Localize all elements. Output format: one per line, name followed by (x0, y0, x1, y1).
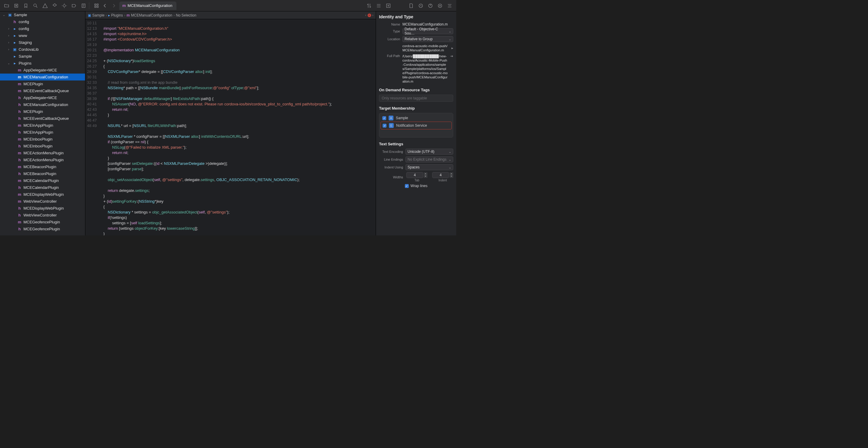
code-review-icon[interactable] (365, 2, 373, 10)
target-icon: E (389, 123, 394, 128)
wrap-lines-label: Wrap lines (410, 184, 427, 188)
source-control-icon[interactable] (12, 2, 21, 10)
crumb-symbol[interactable]: No Selection (176, 13, 196, 18)
tree-item-plugins[interactable]: ⌄▸Plugins (0, 60, 85, 67)
indent-width-field[interactable]: 4 (432, 172, 449, 178)
tab-width-field[interactable]: 4 (406, 172, 423, 178)
find-icon[interactable] (31, 2, 40, 10)
close-tab-icon[interactable]: × (368, 13, 371, 17)
tab-sublabel: Tab (414, 179, 419, 182)
fullpath-value: /Users/███████████/new-cordova/Acoustic-… (402, 54, 448, 83)
name-value[interactable]: MCEManualConfiguration.m (402, 22, 453, 27)
svg-rect-5 (97, 4, 99, 5)
adjust-editor-icon[interactable] (374, 2, 383, 10)
debug-icon[interactable] (60, 2, 68, 10)
location-select[interactable]: Relative to Group (402, 36, 453, 42)
crumb-file[interactable]: MCEManualConfiguration (131, 13, 172, 18)
issue-icon[interactable] (41, 2, 49, 10)
nav-folder-icon[interactable] (2, 2, 11, 10)
tree-item-mceplugin[interactable]: hMCEPlugin (0, 108, 85, 115)
tree-item-mcebeaconplugin[interactable]: mMCEBeaconPlugin (0, 163, 85, 170)
tree-item-mcebeaconplugin[interactable]: hMCEBeaconPlugin (0, 170, 85, 177)
tree-item-config[interactable]: hconfig (0, 18, 85, 25)
reveal-in-finder-icon[interactable]: ➔ (450, 54, 453, 58)
indent-stepper[interactable]: ▴▾ (450, 172, 453, 178)
tab-stepper[interactable]: ▴▾ (424, 172, 427, 178)
tree-item-mcemanualconfiguration[interactable]: hMCEManualConfiguration (0, 101, 85, 108)
crumb-folder[interactable]: Plugins (111, 13, 123, 18)
tree-item-mceinappplugin[interactable]: mMCEInAppPlugin (0, 122, 85, 129)
tree-item-www[interactable]: ›▸www (0, 32, 85, 39)
type-label: Type (379, 29, 400, 33)
tree-item-mceeventcallbackqueue[interactable]: hMCEEventCallbackQueue (0, 115, 85, 122)
identity-type-header: Identity and Type (379, 14, 453, 19)
tree-item-webviewcontroller[interactable]: mWebViewController (0, 198, 85, 205)
breakpoint-icon[interactable] (70, 2, 78, 10)
tree-item-webviewcontroller[interactable]: hWebViewController (0, 212, 85, 218)
target-membership-box: ✓ASample✓ENotification Service (379, 113, 453, 138)
history-icon[interactable] (416, 2, 425, 10)
ondemand-header: On Demand Resource Tags (379, 88, 453, 92)
fullpath-label: Full Path (379, 54, 400, 58)
tree-item-mcegeofenceplugin[interactable]: mMCEGeofencePlugin (0, 218, 85, 226)
source-editor[interactable]: 10 11 12 13 14 15 16 17 18 19 20 21 22 2… (85, 19, 376, 235)
file-identity-icon[interactable] (407, 2, 415, 10)
attributes-icon[interactable] (436, 2, 444, 10)
tree-item-staging[interactable]: ›▸Staging (0, 39, 85, 46)
add-editor-icon[interactable] (384, 2, 393, 10)
editor-tab[interactable]: m MCEManualConfiguration (119, 1, 177, 10)
line-gutter: 10 11 12 13 14 15 16 17 18 19 20 21 22 2… (85, 19, 100, 235)
indent-using-select[interactable]: Spaces (405, 164, 453, 170)
tree-item-mcegeofenceplugin[interactable]: hMCEGeofencePlugin (0, 226, 85, 232)
tree-item-mceplugin[interactable]: mMCEPlugin (0, 80, 85, 88)
tree-item-appdelegate-mce[interactable]: mAppDelegate+MCE (0, 67, 85, 74)
tree-item-appdelegate-mce[interactable]: hAppDelegate+MCE (0, 94, 85, 101)
back-button[interactable] (101, 2, 109, 10)
tree-item-mceinappplugin[interactable]: hMCEInAppPlugin (0, 129, 85, 136)
tree-item-sample[interactable]: ⌄▣Sample (0, 11, 85, 18)
project-icon: ▣ (88, 13, 91, 18)
target-sample[interactable]: ✓ASample (380, 114, 452, 122)
tree-item-mceactionmenuplugin[interactable]: hMCEActionMenuPlugin (0, 157, 85, 163)
wrap-lines-checkbox[interactable]: ✓ (405, 184, 409, 188)
tree-item-mcedisplaywebplugin[interactable]: hMCEDisplayWebPlugin (0, 205, 85, 212)
widths-label: Widths (379, 175, 403, 179)
tree-item-mcecalendarplugin[interactable]: hMCECalendarPlugin (0, 184, 85, 191)
encoding-select[interactable]: Unicode (UTF-8) (405, 149, 453, 154)
target-checkbox[interactable]: ✓ (382, 124, 386, 128)
type-select[interactable]: Default - Objective-C Sou… (402, 28, 453, 34)
related-items-icon[interactable] (92, 2, 101, 10)
bookmark-icon[interactable] (22, 2, 30, 10)
jump-back-icon[interactable]: ‹ (365, 13, 366, 17)
forward-button[interactable] (110, 2, 118, 10)
project-navigator[interactable]: ⌄▣Samplehconfig›▸config›▸www›▸Staging›▣C… (0, 11, 85, 235)
jump-bar[interactable]: ▣ Sample › ▸ Plugins › m MCEManualConfig… (85, 11, 376, 19)
test-icon[interactable] (51, 2, 59, 10)
jump-fwd-icon[interactable]: › (372, 13, 373, 17)
tree-item-mcedisplaywebplugin[interactable]: mMCEDisplayWebPlugin (0, 191, 85, 198)
svg-rect-6 (95, 6, 96, 7)
tree-item-mceinboxplugin[interactable]: hMCEInboxPlugin (0, 143, 85, 149)
line-endings-select[interactable]: No Explicit Line Endings (405, 157, 453, 163)
location-label: Location (379, 37, 400, 41)
tree-item-cordovalib[interactable]: ›▣CordovaLib (0, 46, 85, 53)
tree-item-sample[interactable]: ▸Sample (0, 53, 85, 60)
choose-path-icon[interactable]: ▸ (452, 46, 453, 50)
code-body[interactable]: #import "MCEManualConfiguration.h" #impo… (100, 19, 332, 235)
target-membership-header: Target Membership (379, 106, 453, 110)
target-checkbox[interactable]: ✓ (382, 116, 386, 120)
report-icon[interactable] (79, 2, 88, 10)
tree-item-mcecalendarplugin[interactable]: mMCECalendarPlugin (0, 177, 85, 184)
target-notification-service[interactable]: ✓ENotification Service (380, 122, 452, 129)
file-m-icon: m (122, 3, 126, 8)
help-icon[interactable] (426, 2, 435, 10)
tree-item-mcemanualconfiguration[interactable]: mMCEManualConfiguration (0, 74, 85, 80)
crumb-project[interactable]: Sample (92, 13, 104, 18)
tree-item-mceactionmenuplugin[interactable]: mMCEActionMenuPlugin (0, 149, 85, 157)
file-inspector: Identity and Type Name MCEManualConfigur… (376, 11, 456, 235)
text-settings-header: Text Settings (379, 142, 453, 146)
tree-item-mceeventcallbackqueue[interactable]: mMCEEventCallbackQueue (0, 88, 85, 94)
tree-item-mceinboxplugin[interactable]: mMCEInboxPlugin (0, 136, 85, 143)
tree-item-config[interactable]: ›▸config (0, 25, 85, 32)
snippets-icon[interactable] (445, 2, 454, 10)
